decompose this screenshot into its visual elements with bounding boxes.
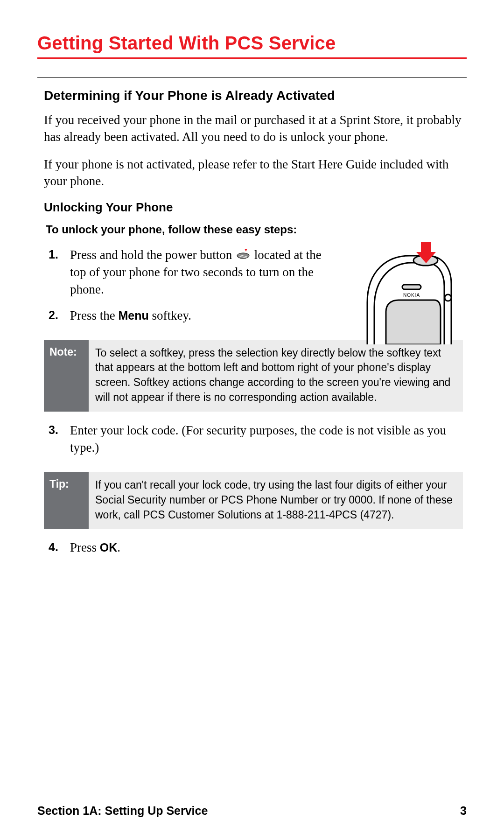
step-text: . bbox=[117, 540, 120, 554]
note-body: To select a softkey, press the selection… bbox=[89, 340, 463, 412]
page-footer: Section 1A: Setting Up Service 3 bbox=[37, 804, 467, 818]
paragraph: If your phone is not activated, please r… bbox=[44, 156, 463, 190]
tip-callout: Tip: If you can't recall your lock code,… bbox=[44, 472, 463, 529]
paragraph: If you received your phone in the mail o… bbox=[44, 112, 463, 146]
step-text: softkey. bbox=[149, 308, 191, 322]
page-title: Getting Started With PCS Service bbox=[37, 33, 467, 54]
note-label: Note: bbox=[44, 340, 89, 412]
manual-page: Getting Started With PCS Service Determi… bbox=[0, 0, 504, 840]
step-text: Press the bbox=[70, 308, 119, 322]
footer-section: Section 1A: Setting Up Service bbox=[37, 804, 208, 818]
ok-label: OK bbox=[100, 541, 118, 554]
steps-intro: To unlock your phone, follow these easy … bbox=[46, 223, 463, 236]
step-2: Press the Menu softkey. bbox=[49, 307, 463, 333]
step-4: Press OK. bbox=[49, 539, 463, 565]
svg-marker-8 bbox=[245, 249, 247, 252]
tip-label: Tip: bbox=[44, 472, 89, 529]
footer-page-number: 3 bbox=[460, 804, 467, 818]
step-3: Enter your lock code. (For security purp… bbox=[49, 422, 463, 465]
steps-list: Press and hold the power button located … bbox=[44, 246, 463, 333]
note-callout: Note: To select a softkey, press the sel… bbox=[44, 340, 463, 412]
step-text: Enter your lock code. (For security purp… bbox=[70, 423, 446, 455]
step-text: Press bbox=[70, 540, 100, 554]
steps-wrap: NOKIA Press and hold the power button bbox=[44, 246, 463, 333]
sub-rule bbox=[37, 77, 467, 78]
body-block: Determining if Your Phone is Already Act… bbox=[37, 88, 467, 565]
power-button-icon bbox=[236, 246, 250, 257]
step-text: Press and hold the power button bbox=[70, 248, 235, 262]
heading-unlocking-phone: Unlocking Your Phone bbox=[44, 200, 463, 215]
steps-list-cont: Enter your lock code. (For security purp… bbox=[44, 422, 463, 465]
heading-determining-activated: Determining if Your Phone is Already Act… bbox=[44, 88, 463, 103]
step-1: Press and hold the power button located … bbox=[49, 246, 463, 307]
title-rule bbox=[37, 57, 467, 59]
menu-softkey-label: Menu bbox=[119, 309, 149, 322]
steps-list-cont2: Press OK. bbox=[44, 539, 463, 565]
tip-body: If you can't recall your lock code, try … bbox=[89, 472, 463, 529]
